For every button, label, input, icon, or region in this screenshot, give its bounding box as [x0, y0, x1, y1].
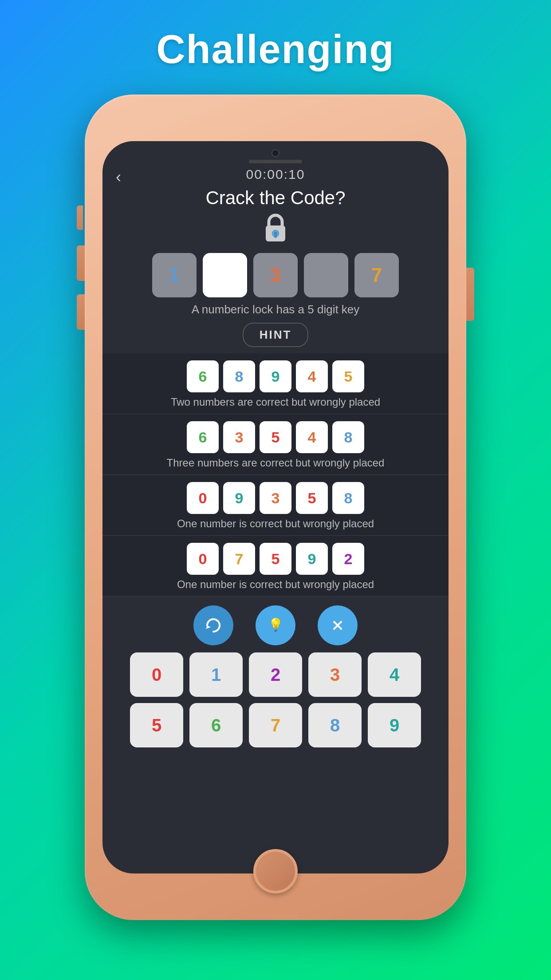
- clue-digit: 3: [260, 482, 291, 514]
- clue-digit: 9: [260, 360, 291, 392]
- hint-action-button[interactable]: 💡: [256, 605, 295, 645]
- key-1[interactable]: 1: [189, 652, 243, 697]
- clue-digit: 9: [223, 482, 255, 514]
- screen: ‹ 00:00:10 Crack the Code? ⚙ 1 3 7: [102, 141, 449, 873]
- svg-text:⚙: ⚙: [273, 230, 279, 237]
- code-box-2[interactable]: 3: [253, 253, 298, 297]
- clue-digit: 2: [332, 543, 364, 575]
- clue-digit: 8: [223, 360, 255, 392]
- clue-digits-1: 6 8 9 4 5: [187, 360, 364, 392]
- hint-button[interactable]: HINT: [243, 323, 309, 347]
- game-subtitle: A numberic lock has a 5 digit key: [192, 303, 360, 316]
- key-2[interactable]: 2: [249, 652, 302, 697]
- clue-digits-4: 0 7 5 9 2: [187, 543, 364, 575]
- action-row: 💡: [193, 605, 358, 645]
- volume-down-button[interactable]: [77, 294, 85, 330]
- key-7[interactable]: 7: [249, 703, 302, 747]
- lock-icon: ⚙: [262, 213, 289, 246]
- clues-container: 6 8 9 4 5 Two numbers are correct but wr…: [102, 353, 449, 597]
- code-box-1[interactable]: [203, 253, 247, 297]
- key-5[interactable]: 5: [130, 703, 183, 747]
- svg-text:💡: 💡: [268, 617, 283, 632]
- close-button[interactable]: [318, 605, 358, 645]
- key-8[interactable]: 8: [308, 703, 362, 747]
- key-9[interactable]: 9: [368, 703, 421, 747]
- code-box-4[interactable]: 7: [354, 253, 399, 297]
- power-button[interactable]: [466, 268, 474, 321]
- phone-shell: ‹ 00:00:10 Crack the Code? ⚙ 1 3 7: [85, 95, 466, 920]
- camera-area: [102, 141, 449, 163]
- clue-digit: 5: [296, 482, 328, 514]
- clue-text-4: One number is correct but wrongly placed: [177, 578, 374, 591]
- clue-digit: 5: [260, 543, 291, 575]
- clue-row-1: 6 8 9 4 5 Two numbers are correct but wr…: [102, 353, 449, 414]
- clue-digits-2: 6 3 5 4 8: [187, 421, 364, 453]
- home-button[interactable]: [253, 849, 298, 893]
- clue-row-4: 0 7 5 9 2 One number is correct but wron…: [102, 536, 449, 597]
- clue-digit: 6: [187, 360, 219, 392]
- keypad-row-1: 0 1 2 3 4: [130, 652, 421, 697]
- clue-digit: 9: [296, 543, 328, 575]
- key-0[interactable]: 0: [130, 652, 183, 697]
- silent-switch: [77, 205, 83, 230]
- clue-digit: 3: [223, 421, 255, 453]
- clue-digit: 7: [223, 543, 255, 575]
- code-box-0[interactable]: 1: [152, 253, 197, 297]
- clue-digit: 4: [296, 421, 328, 453]
- clue-digit: 0: [187, 543, 219, 575]
- speaker-bar: [249, 160, 302, 163]
- clue-digit: 5: [332, 360, 364, 392]
- clue-row-2: 6 3 5 4 8 Three numbers are correct but …: [102, 414, 449, 475]
- clue-text-3: One number is correct but wrongly placed: [177, 518, 374, 530]
- volume-up-button[interactable]: [77, 245, 85, 281]
- clue-digit: 0: [187, 482, 219, 514]
- keypad-row-2: 5 6 7 8 9: [130, 703, 421, 747]
- timer-display: 00:00:10: [246, 167, 305, 182]
- clue-digit: 6: [187, 421, 219, 453]
- key-4[interactable]: 4: [368, 652, 421, 697]
- keypad: 0 1 2 3 4 5 6 7 8 9: [130, 652, 421, 747]
- clue-digit: 4: [296, 360, 328, 392]
- status-bar: ‹ 00:00:10: [102, 163, 449, 186]
- key-6[interactable]: 6: [189, 703, 243, 747]
- clue-digits-3: 0 9 3 5 8: [187, 482, 364, 514]
- clue-digit: 8: [332, 482, 364, 514]
- key-3[interactable]: 3: [308, 652, 362, 697]
- clue-row-3: 0 9 3 5 8 One number is correct but wron…: [102, 475, 449, 536]
- code-box-3[interactable]: [304, 253, 348, 297]
- clue-text-2: Three numbers are correct but wrongly pl…: [167, 457, 385, 469]
- refresh-button[interactable]: [193, 605, 233, 645]
- code-input-row: 1 3 7: [152, 253, 399, 297]
- clue-digit: 5: [260, 421, 291, 453]
- clue-text-1: Two numbers are correct but wrongly plac…: [171, 396, 380, 408]
- clue-digit: 8: [332, 421, 364, 453]
- back-button[interactable]: ‹: [116, 168, 121, 186]
- crack-title: Crack the Code?: [205, 187, 345, 209]
- front-camera: [272, 149, 279, 157]
- page-title: Challenging: [157, 27, 395, 72]
